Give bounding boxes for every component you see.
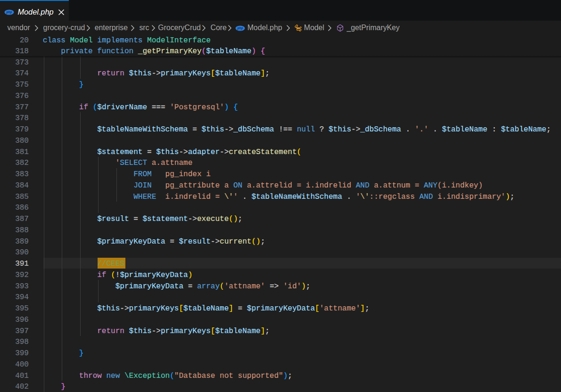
svg-text:php: php (6, 10, 12, 14)
svg-text:php: php (237, 26, 243, 30)
